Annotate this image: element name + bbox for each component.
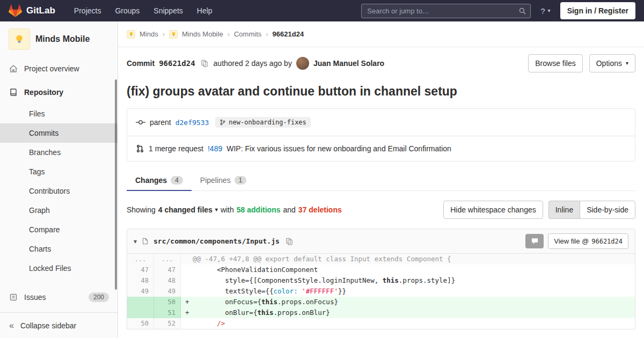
sidebar-project-name[interactable]: Minds Mobile [35, 34, 90, 44]
old-line-number[interactable]: 50 [127, 318, 154, 329]
breadcrumb-separator: › [266, 30, 268, 38]
sidebar-item-locked-files[interactable]: Locked Files [0, 259, 118, 278]
commit-title: (fix) groups avatar and continue button … [127, 84, 635, 99]
branch-chip[interactable]: new-onboarding-fixes [215, 117, 311, 128]
additions-count: 58 additions [237, 205, 281, 214]
breadcrumb-sha: 96621d24 [273, 30, 304, 38]
new-line-number[interactable]: 50 [154, 297, 181, 307]
sidebar-item-label: Issues [24, 293, 46, 302]
help-dropdown[interactable]: ? ▾ [540, 6, 550, 16]
merge-request-title: WIP: Fix various issues for new onboardi… [226, 144, 451, 153]
project-avatar [9, 28, 30, 50]
breadcrumb-separator: › [163, 30, 165, 38]
sidebar-item-repository[interactable]: Repository [0, 80, 118, 104]
tab-label: Changes [135, 176, 167, 185]
nav-item-projects[interactable]: Projects [67, 0, 108, 21]
merge-request-ref[interactable]: !489 [208, 144, 222, 153]
authored-text: authored 2 days ago by [214, 59, 292, 68]
nav-item-help[interactable]: Help [190, 0, 219, 21]
diff-code-line: + onBlur={this.props.onBlur} [181, 307, 635, 318]
browse-files-button[interactable]: Browse files [528, 54, 582, 72]
view-file-label: View file @ [554, 237, 589, 245]
changed-files-label: 4 changed files [158, 205, 213, 214]
commit-label: Commit [127, 59, 155, 68]
commit-icon [136, 118, 145, 127]
new-line-number[interactable]: 49 [154, 286, 181, 297]
sidebar-item-compare[interactable]: Compare [0, 220, 118, 239]
copy-file-path-button[interactable] [284, 237, 294, 246]
side-by-side-view-button[interactable]: Side-by-side [580, 201, 635, 219]
and-label: and [283, 205, 295, 214]
sidebar-item-files[interactable]: Files [0, 104, 118, 123]
collapse-diff-icon[interactable]: ▾ [134, 238, 137, 245]
sidebar-item-charts[interactable]: Charts [0, 239, 118, 259]
sidebar-item-project-overview[interactable]: Project overview [0, 57, 118, 80]
diff-row-added: 50 + onFocus={this.props.onFocus} [127, 297, 635, 307]
main-content: Minds › Minds Mobile › Commits › 96621d2… [118, 21, 644, 338]
collapse-sidebar-button[interactable]: « Collapse sidebar [0, 312, 118, 338]
new-line-number[interactable]: 51 [154, 307, 181, 318]
inline-view-button[interactable]: Inline [548, 201, 580, 219]
copy-icon [286, 238, 293, 245]
old-line-number[interactable]: 47 [127, 264, 154, 275]
sidebar-item-contributors[interactable]: Contributors [0, 181, 118, 201]
sidebar-item-label: Repository [24, 88, 63, 97]
sidebar-item-issues[interactable]: Issues 200 [0, 285, 118, 309]
parent-row: parent d2ef9533 new-onboarding-fixes [127, 109, 635, 136]
tab-changes[interactable]: Changes 4 [127, 170, 192, 190]
diff-row: 49 49 textStyle={{color: '#FFFFFF'}} [127, 286, 635, 297]
nav-item-snippets[interactable]: Snippets [147, 0, 189, 21]
nav-item-groups[interactable]: Groups [108, 0, 147, 21]
breadcrumb-project[interactable]: Minds Mobile [182, 30, 223, 38]
old-line-number: ... [127, 254, 154, 264]
new-line-number[interactable]: 52 [154, 318, 181, 329]
diff-file-path[interactable]: src/common/components/Input.js [153, 237, 280, 245]
copy-sha-button[interactable] [200, 58, 209, 68]
diff-row: 48 48 style={[ComponentsStyle.loginInput… [127, 275, 635, 286]
parent-label: parent [150, 118, 171, 127]
sign-in-button[interactable]: Sign in / Register [560, 2, 635, 19]
diff-code-line: textStyle={{color: '#FFFFFF'}} [181, 286, 635, 297]
changed-files-dropdown[interactable]: 4 changed files ▾ [158, 205, 218, 214]
breadcrumb-separator: › [228, 30, 230, 38]
toggle-comments-button[interactable] [525, 234, 544, 248]
parent-sha-link[interactable]: d2ef9533 [175, 119, 209, 127]
navbar-right: ? ▾ Sign in / Register [361, 2, 635, 19]
diff-row-added: 51 + onBlur={this.props.onBlur} [127, 307, 635, 318]
old-line-number[interactable]: 48 [127, 275, 154, 286]
help-icon: ? [540, 6, 545, 16]
breadcrumb: Minds › Minds Mobile › Commits › 96621d2… [118, 21, 644, 47]
sidebar-item-branches[interactable]: Branches [0, 143, 118, 162]
old-line-number[interactable]: 49 [127, 286, 154, 297]
tab-label: Pipelines [200, 176, 231, 185]
logo-text: GitLab [26, 5, 55, 16]
new-line-number[interactable]: 48 [154, 275, 181, 286]
gitlab-logo[interactable]: GitLab [9, 4, 55, 18]
diff-code-line: + onFocus={this.props.onFocus} [181, 297, 635, 307]
search-icon [518, 7, 526, 15]
options-dropdown-button[interactable]: Options ▾ [589, 54, 635, 72]
sidebar-item-commits[interactable]: Commits [0, 123, 118, 143]
sidebar-scrollbar[interactable] [115, 79, 117, 290]
search-input[interactable] [361, 4, 531, 18]
home-icon [9, 64, 18, 73]
sidebar-nav: Project overview Repository Files Commit… [0, 57, 118, 312]
breadcrumb-commits[interactable]: Commits [234, 30, 261, 38]
author-avatar[interactable] [296, 57, 309, 70]
new-line-number: ... [154, 254, 181, 264]
tab-pipelines[interactable]: Pipelines 1 [192, 170, 255, 190]
changes-count-badge: 4 [171, 176, 183, 185]
diff-mode-toggle: Inline Side-by-side [548, 201, 635, 219]
view-file-button[interactable]: View file @ 96621d24 [548, 233, 628, 249]
author-name[interactable]: Juan Manuel Solaro [313, 59, 384, 68]
commit-info-box: parent d2ef9533 new-onboarding-fixes 1 m… [127, 108, 635, 161]
new-line-number[interactable]: 47 [154, 264, 181, 275]
sidebar-item-tags[interactable]: Tags [0, 162, 118, 181]
old-line-number[interactable] [127, 297, 154, 307]
hide-whitespace-button[interactable]: Hide whitespace changes [443, 201, 543, 219]
old-line-number[interactable] [127, 307, 154, 318]
sidebar-item-label: Project overview [24, 64, 79, 73]
breadcrumb-group[interactable]: Minds [140, 30, 158, 38]
commit-page: Commit 96621d24 authored 2 days ago by J… [118, 47, 644, 338]
sidebar-item-graph[interactable]: Graph [0, 201, 118, 220]
